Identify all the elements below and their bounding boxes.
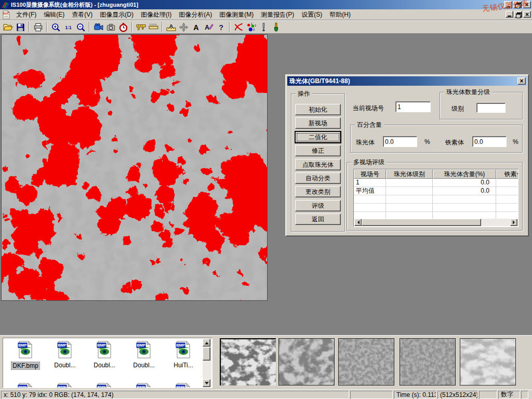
open-file-button[interactable] — [2, 21, 14, 33]
svg-text:1:1: 1:1 — [65, 25, 71, 30]
scroll-track[interactable] — [362, 219, 510, 226]
print-button[interactable] — [32, 21, 44, 33]
op-button-5[interactable]: 自动分类 — [295, 172, 341, 184]
scroll-up-button[interactable] — [203, 339, 210, 347]
table-column-0[interactable]: 视场号 — [354, 169, 386, 179]
file-item-4[interactable]: BMP HuiTi... — [164, 341, 203, 369]
status-cell-0: x: 510 y: 79 idx: 0 RGB: (174, 174, 174) — [1, 391, 349, 399]
actual-size-button[interactable]: 1:1 — [62, 21, 74, 33]
file-item-row2-3[interactable]: BMP — [125, 383, 163, 388]
status-bar: x: 510 y: 79 idx: 0 RGB: (174, 174, 174)… — [0, 390, 532, 399]
arrow-right-icon — [513, 220, 517, 224]
percent-label-1: 铁素体 — [445, 138, 464, 147]
curve-tool-button[interactable] — [232, 21, 245, 33]
file-item-row2-0[interactable]: BMP — [6, 383, 45, 388]
bmp-file-icon: BMP — [176, 341, 191, 358]
table-cell — [354, 204, 386, 212]
file-list-scrollbar[interactable] — [203, 339, 211, 387]
table-column-2[interactable]: 珠光体含量(%) — [433, 169, 496, 179]
menu-item-7[interactable]: 测量报告(P) — [257, 9, 298, 21]
op-button-6[interactable]: 更改类别 — [295, 186, 341, 197]
op-button-8[interactable]: 返回 — [295, 214, 341, 225]
menu-item-5[interactable]: 图像分析(A) — [175, 9, 216, 21]
percent-input-1[interactable] — [472, 136, 507, 147]
op-button-3[interactable]: 修正 — [295, 145, 341, 156]
scroll-right-button[interactable] — [510, 219, 517, 226]
op-button-1[interactable]: 新视场 — [295, 117, 341, 129]
file-item-row2-1[interactable]: BMP — [46, 383, 84, 388]
operation-group: 操作 初始化新视场二值化修正点取珠光体自动分类更改类别评级返回 — [291, 94, 345, 232]
status-cell-4 — [479, 391, 497, 399]
scroll-thumb[interactable] — [362, 219, 481, 226]
menu-item-4[interactable]: 图像处理(I) — [137, 9, 175, 21]
file-item-0[interactable]: BMP DKF.bmp — [6, 341, 45, 370]
child-close-button[interactable] — [523, 11, 531, 18]
percent-unit-0: % — [424, 138, 430, 145]
menu-items: 文件(F)编辑(E)查看(V)图像显示(D)图像处理(I)图像分析(A)图像测量… — [12, 9, 354, 21]
menu-item-6[interactable]: 图像测量(M) — [216, 9, 257, 21]
thumbnail-3[interactable] — [338, 338, 394, 385]
close-icon — [525, 11, 529, 18]
pick-tool-button[interactable] — [257, 21, 270, 33]
zoom-out-button[interactable] — [74, 21, 87, 33]
dialog-close-button[interactable] — [517, 77, 526, 85]
dialog-title-bar[interactable]: 珠光体(GB/T9441-88) — [287, 76, 527, 86]
ruler-icon — [149, 22, 158, 32]
file-item-3[interactable]: BMP Doubl... — [125, 341, 163, 369]
video-camera-button[interactable] — [92, 21, 104, 33]
file-item-2[interactable]: BMP Doubl... — [85, 341, 124, 369]
file-scroll-thumb[interactable] — [203, 347, 210, 361]
table-row-1[interactable]: 平均值0.0 — [354, 187, 518, 195]
menu-item-1[interactable]: 编辑(E) — [40, 9, 68, 21]
photo-camera-button[interactable] — [104, 21, 117, 33]
classify-dots-button[interactable]: 123 — [245, 21, 257, 33]
child-restore-button[interactable] — [514, 11, 522, 18]
percent-input-0[interactable] — [383, 136, 417, 147]
menu-item-8[interactable]: 设置(S) — [298, 9, 326, 21]
thumbnail-5[interactable] — [460, 338, 516, 385]
table-column-3[interactable]: 铁素体含量(%) — [496, 169, 518, 179]
op-button-0[interactable]: 初始化 — [295, 104, 341, 115]
ruler-button[interactable] — [147, 21, 159, 33]
photo-camera-icon — [106, 22, 116, 32]
menu-item-2[interactable]: 查看(V) — [68, 9, 96, 21]
menu-item-9[interactable]: 帮助(H) — [326, 9, 354, 21]
move-tool-button[interactable] — [177, 21, 190, 33]
document-icon[interactable]: DOC — [2, 10, 10, 19]
thumbnail-2[interactable] — [278, 338, 335, 385]
thumbnail-1[interactable] — [220, 338, 276, 385]
timer-button[interactable] — [117, 21, 129, 33]
child-minimize-button[interactable] — [506, 11, 513, 18]
op-button-2[interactable]: 二值化 — [295, 131, 341, 143]
scroll-left-button[interactable] — [354, 219, 362, 226]
thumbnail-4[interactable] — [400, 338, 456, 385]
micrograph-image[interactable] — [1, 34, 268, 301]
current-field-input[interactable] — [395, 101, 431, 112]
zoom-in-button[interactable] — [49, 21, 62, 33]
grade-level-input[interactable] — [476, 103, 506, 113]
measure-text-button[interactable]: A — [165, 21, 177, 33]
annotate-text-button[interactable]: A — [202, 21, 215, 33]
table-hscrollbar[interactable] — [354, 219, 517, 226]
video-camera-icon — [94, 22, 103, 32]
caliper-button[interactable] — [135, 21, 147, 33]
menu-item-0[interactable]: 文件(F) — [12, 9, 40, 21]
scroll-down-button[interactable] — [203, 379, 210, 387]
save-file-button[interactable] — [14, 21, 26, 33]
help-button[interactable]: ? — [215, 21, 227, 33]
arrow-down-icon — [205, 382, 209, 387]
menu-item-3[interactable]: 图像显示(D) — [96, 9, 137, 21]
file-item-1[interactable]: BMP Doubl... — [46, 341, 84, 369]
file-item-row2-2[interactable]: BMP — [85, 383, 124, 388]
brush-tool-button[interactable] — [270, 21, 282, 33]
op-button-7[interactable]: 评级 — [295, 200, 341, 211]
text-label-button[interactable]: A — [190, 21, 202, 33]
svg-text:BMP: BMP — [97, 343, 106, 348]
op-button-4[interactable]: 点取珠光体 — [295, 159, 341, 170]
table-row-2[interactable] — [354, 195, 518, 204]
table-column-1[interactable]: 珠光体级别 — [386, 169, 433, 179]
table-cell — [386, 195, 433, 204]
table-row-3[interactable] — [354, 204, 518, 212]
table-row-0[interactable]: 10.0 — [354, 179, 518, 187]
file-item-row2-4[interactable]: BMP — [164, 383, 203, 388]
